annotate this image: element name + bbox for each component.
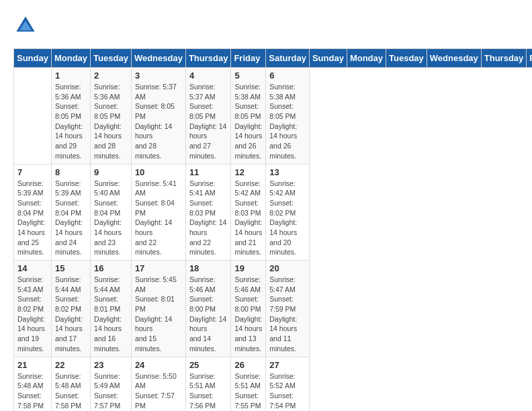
day-number: 27 (269, 360, 306, 370)
day-cell: 10Sunrise: 5:41 AM Sunset: 8:04 PM Dayli… (131, 164, 185, 261)
day-number: 14 (17, 263, 48, 273)
day-number: 20 (269, 263, 306, 273)
day-header-wednesday: Wednesday (131, 49, 185, 68)
day-number: 16 (94, 263, 128, 273)
day-cell: 1Sunrise: 5:36 AM Sunset: 8:05 PM Daylig… (51, 68, 90, 165)
day-header-sunday: Sunday (14, 49, 52, 68)
day-cell: 18Sunrise: 5:46 AM Sunset: 8:00 PM Dayli… (185, 261, 231, 357)
day-info: Sunrise: 5:46 AM Sunset: 8:00 PM Dayligh… (189, 275, 228, 354)
logo-icon (13, 13, 38, 38)
day-header-friday: Friday (231, 49, 266, 68)
day-info: Sunrise: 5:36 AM Sunset: 8:05 PM Dayligh… (94, 82, 128, 161)
day-cell: 20Sunrise: 5:47 AM Sunset: 7:59 PM Dayli… (266, 261, 310, 357)
day-cell: 11Sunrise: 5:41 AM Sunset: 8:03 PM Dayli… (185, 164, 231, 261)
day-cell: 26Sunrise: 5:51 AM Sunset: 7:55 PM Dayli… (231, 357, 266, 411)
day-number: 12 (234, 167, 262, 177)
day-number: 26 (234, 360, 262, 370)
day-cell: 19Sunrise: 5:46 AM Sunset: 8:00 PM Dayli… (231, 261, 266, 357)
day-number: 8 (55, 167, 87, 177)
day-number: 24 (135, 360, 182, 370)
col-header-sunday: Sunday (309, 49, 347, 68)
day-number: 18 (189, 263, 228, 273)
col-header-friday: Friday (527, 49, 532, 68)
day-header-thursday: Thursday (185, 49, 231, 68)
header (13, 13, 519, 38)
day-cell: 4Sunrise: 5:37 AM Sunset: 8:05 PM Daylig… (185, 68, 231, 165)
day-cell: 24Sunrise: 5:50 AM Sunset: 7:57 PM Dayli… (131, 357, 185, 411)
day-cell: 23Sunrise: 5:49 AM Sunset: 7:57 PM Dayli… (91, 357, 132, 411)
day-info: Sunrise: 5:38 AM Sunset: 8:05 PM Dayligh… (269, 82, 306, 161)
day-cell: 12Sunrise: 5:42 AM Sunset: 8:03 PM Dayli… (231, 164, 266, 261)
day-info: Sunrise: 5:48 AM Sunset: 7:58 PM Dayligh… (55, 371, 87, 412)
day-info: Sunrise: 5:42 AM Sunset: 8:02 PM Dayligh… (269, 179, 306, 258)
col-header-monday: Monday (347, 49, 386, 68)
day-info: Sunrise: 5:41 AM Sunset: 8:03 PM Dayligh… (189, 179, 228, 258)
day-cell: 27Sunrise: 5:52 AM Sunset: 7:54 PM Dayli… (266, 357, 310, 411)
day-info: Sunrise: 5:49 AM Sunset: 7:57 PM Dayligh… (94, 371, 128, 412)
day-header-saturday: Saturday (266, 49, 310, 68)
day-number: 25 (189, 360, 228, 370)
day-cell: 8Sunrise: 5:39 AM Sunset: 8:04 PM Daylig… (51, 164, 90, 261)
week-row-4: 21Sunrise: 5:48 AM Sunset: 7:58 PM Dayli… (14, 357, 533, 411)
day-cell: 16Sunrise: 5:44 AM Sunset: 8:01 PM Dayli… (91, 261, 132, 357)
day-number: 9 (94, 167, 128, 177)
day-number: 11 (189, 167, 228, 177)
day-cell: 3Sunrise: 5:37 AM Sunset: 8:05 PM Daylig… (131, 68, 185, 165)
day-info: Sunrise: 5:40 AM Sunset: 8:04 PM Dayligh… (94, 179, 128, 258)
day-info: Sunrise: 5:45 AM Sunset: 8:01 PM Dayligh… (135, 275, 182, 354)
day-cell: 14Sunrise: 5:43 AM Sunset: 8:02 PM Dayli… (14, 261, 52, 357)
day-cell: 17Sunrise: 5:45 AM Sunset: 8:01 PM Dayli… (131, 261, 185, 357)
day-info: Sunrise: 5:36 AM Sunset: 8:05 PM Dayligh… (55, 82, 87, 161)
col-header-wednesday: Wednesday (427, 49, 481, 68)
day-cell (14, 68, 52, 165)
day-cell: 15Sunrise: 5:44 AM Sunset: 8:02 PM Dayli… (51, 261, 90, 357)
day-info: Sunrise: 5:44 AM Sunset: 8:01 PM Dayligh… (94, 275, 128, 354)
day-cell: 9Sunrise: 5:40 AM Sunset: 8:04 PM Daylig… (91, 164, 132, 261)
day-number: 7 (17, 167, 48, 177)
day-number: 23 (94, 360, 128, 370)
day-info: Sunrise: 5:48 AM Sunset: 7:58 PM Dayligh… (17, 371, 48, 412)
day-info: Sunrise: 5:37 AM Sunset: 8:05 PM Dayligh… (189, 82, 228, 161)
day-header-monday: Monday (51, 49, 90, 68)
week-row-2: 7Sunrise: 5:39 AM Sunset: 8:04 PM Daylig… (14, 164, 533, 261)
day-info: Sunrise: 5:37 AM Sunset: 8:05 PM Dayligh… (135, 82, 182, 161)
day-info: Sunrise: 5:39 AM Sunset: 8:04 PM Dayligh… (55, 179, 87, 258)
day-number: 19 (234, 263, 262, 273)
day-cell: 7Sunrise: 5:39 AM Sunset: 8:04 PM Daylig… (14, 164, 52, 261)
day-number: 17 (135, 263, 182, 273)
week-row-3: 14Sunrise: 5:43 AM Sunset: 8:02 PM Dayli… (14, 261, 533, 357)
day-info: Sunrise: 5:51 AM Sunset: 7:55 PM Dayligh… (234, 371, 262, 412)
day-info: Sunrise: 5:43 AM Sunset: 8:02 PM Dayligh… (17, 275, 48, 354)
day-cell: 22Sunrise: 5:48 AM Sunset: 7:58 PM Dayli… (51, 357, 90, 411)
day-cell: 6Sunrise: 5:38 AM Sunset: 8:05 PM Daylig… (266, 68, 310, 165)
day-info: Sunrise: 5:42 AM Sunset: 8:03 PM Dayligh… (234, 179, 262, 258)
day-info: Sunrise: 5:51 AM Sunset: 7:56 PM Dayligh… (189, 371, 228, 412)
calendar-header-row: SundayMondayTuesdayWednesdayThursdayFrid… (14, 49, 533, 68)
day-info: Sunrise: 5:52 AM Sunset: 7:54 PM Dayligh… (269, 371, 306, 412)
day-cell: 21Sunrise: 5:48 AM Sunset: 7:58 PM Dayli… (14, 357, 52, 411)
day-number: 3 (135, 71, 182, 81)
day-number: 10 (135, 167, 182, 177)
day-number: 15 (55, 263, 87, 273)
day-number: 1 (55, 71, 87, 81)
day-number: 6 (269, 71, 306, 81)
day-number: 2 (94, 71, 128, 81)
day-info: Sunrise: 5:50 AM Sunset: 7:57 PM Dayligh… (135, 371, 182, 412)
day-cell: 5Sunrise: 5:38 AM Sunset: 8:05 PM Daylig… (231, 68, 266, 165)
day-header-tuesday: Tuesday (91, 49, 132, 68)
col-header-tuesday: Tuesday (386, 49, 427, 68)
day-number: 22 (55, 360, 87, 370)
logo (13, 13, 42, 38)
day-number: 21 (17, 360, 48, 370)
day-number: 5 (234, 71, 262, 81)
day-info: Sunrise: 5:41 AM Sunset: 8:04 PM Dayligh… (135, 179, 182, 258)
day-cell: 2Sunrise: 5:36 AM Sunset: 8:05 PM Daylig… (91, 68, 132, 165)
day-info: Sunrise: 5:39 AM Sunset: 8:04 PM Dayligh… (17, 179, 48, 258)
day-cell: 25Sunrise: 5:51 AM Sunset: 7:56 PM Dayli… (185, 357, 231, 411)
day-number: 4 (189, 71, 228, 81)
week-row-1: 1Sunrise: 5:36 AM Sunset: 8:05 PM Daylig… (14, 68, 533, 165)
day-info: Sunrise: 5:38 AM Sunset: 8:05 PM Dayligh… (234, 82, 262, 161)
day-info: Sunrise: 5:44 AM Sunset: 8:02 PM Dayligh… (55, 275, 87, 354)
day-info: Sunrise: 5:47 AM Sunset: 7:59 PM Dayligh… (269, 275, 306, 354)
day-cell: 13Sunrise: 5:42 AM Sunset: 8:02 PM Dayli… (266, 164, 310, 261)
